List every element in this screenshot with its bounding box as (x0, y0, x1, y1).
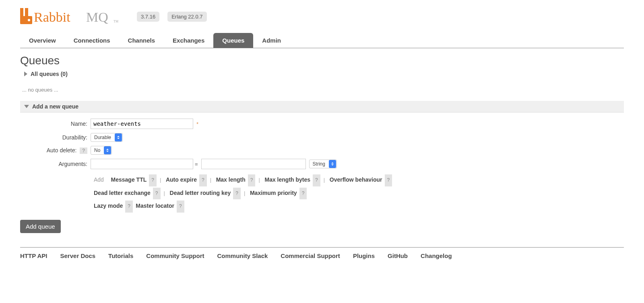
rabbitmq-logo: Rabbit MQ TM (20, 8, 129, 25)
select-arrow-icon (329, 160, 336, 168)
equals-sign: = (195, 161, 198, 167)
footer-links: HTTP API Server Docs Tutorials Community… (20, 247, 624, 259)
arg-type-select[interactable]: String (309, 160, 337, 168)
autodelete-label: Auto delete: (47, 147, 77, 154)
help-icon[interactable]: ? (385, 174, 392, 186)
arguments-label: Arguments: (20, 161, 91, 167)
help-icon[interactable]: ? (149, 174, 157, 186)
footer-server-docs[interactable]: Server Docs (60, 252, 96, 259)
help-icon[interactable]: ? (177, 201, 184, 213)
footer-community-slack[interactable]: Community Slack (217, 252, 268, 259)
select-arrow-icon (115, 133, 122, 141)
svg-text:MQ: MQ (86, 10, 108, 25)
help-icon[interactable]: ? (313, 174, 320, 186)
argument-shortcuts: Add Message TTL?| Auto expire?| Max leng… (91, 173, 473, 213)
svg-text:Rabbit: Rabbit (34, 10, 70, 25)
no-queues-text: ... no queues ... (22, 87, 624, 93)
shortcut-overflow-behaviour[interactable]: Overflow behaviour (330, 176, 382, 183)
add-queue-button[interactable]: Add queue (20, 220, 61, 233)
tab-exchanges[interactable]: Exchanges (164, 33, 213, 48)
arg-key-input[interactable] (91, 159, 193, 169)
shortcut-dlx[interactable]: Dead letter exchange (94, 190, 151, 196)
help-icon[interactable]: ? (153, 188, 161, 200)
shortcut-dlrk[interactable]: Dead letter routing key (170, 190, 231, 196)
footer-http-api[interactable]: HTTP API (20, 252, 47, 259)
footer-commercial-support[interactable]: Commercial Support (281, 252, 340, 259)
arg-val-input[interactable] (201, 159, 306, 169)
svg-text:TM: TM (114, 20, 118, 23)
shortcut-max-length[interactable]: Max length (216, 176, 246, 183)
name-label: Name: (20, 121, 91, 127)
footer-changelog[interactable]: Changelog (421, 252, 452, 259)
select-arrow-icon (104, 146, 111, 154)
footer-plugins[interactable]: Plugins (353, 252, 375, 259)
tab-admin[interactable]: Admin (253, 33, 290, 48)
svg-point-3 (28, 19, 30, 21)
all-queues-toggle[interactable]: All queues (0) (20, 69, 624, 79)
shortcut-max-length-bytes[interactable]: Max length bytes (265, 176, 311, 183)
erlang-badge: Erlang 22.0.7 (167, 12, 206, 22)
required-marker: * (196, 121, 198, 127)
add-text: Add (94, 176, 104, 183)
header: Rabbit MQ TM 3.7.16 Erlang 22.0.7 (20, 8, 624, 25)
add-queue-label: Add a new queue (32, 103, 78, 110)
shortcut-lazy-mode[interactable]: Lazy mode (94, 203, 123, 209)
autodelete-select[interactable]: No (91, 146, 112, 155)
add-queue-toggle[interactable]: Add a new queue (20, 101, 624, 113)
svg-rect-2 (20, 16, 32, 24)
tab-channels[interactable]: Channels (119, 33, 164, 48)
shortcut-auto-expire[interactable]: Auto expire (166, 176, 197, 183)
durability-select[interactable]: Durable (91, 133, 123, 142)
shortcut-message-ttl[interactable]: Message TTL (111, 176, 147, 183)
tab-queues[interactable]: Queues (213, 33, 253, 48)
footer-tutorials[interactable]: Tutorials (108, 252, 133, 259)
all-queues-label: All queues (0) (31, 71, 68, 77)
tab-connections[interactable]: Connections (65, 33, 119, 48)
main-tabs: Overview Connections Channels Exchanges … (20, 33, 624, 48)
version-badge: 3.7.16 (137, 12, 159, 22)
durability-label: Durability: (20, 134, 91, 141)
footer-github[interactable]: GitHub (388, 252, 408, 259)
help-icon[interactable]: ? (125, 201, 133, 213)
tab-overview[interactable]: Overview (20, 33, 65, 48)
shortcut-master-locator[interactable]: Master locator (136, 203, 174, 209)
help-icon[interactable]: ? (299, 188, 307, 200)
add-queue-form: Name: * Durability: Durable Auto delete:… (20, 113, 624, 237)
chevron-right-icon (24, 72, 27, 76)
page-title: Queues (20, 54, 624, 67)
chevron-down-icon (24, 105, 29, 108)
footer-community-support[interactable]: Community Support (146, 252, 204, 259)
help-icon[interactable]: ? (248, 174, 256, 186)
help-icon[interactable]: ? (199, 174, 207, 186)
help-icon[interactable]: ? (233, 188, 241, 200)
name-input[interactable] (91, 119, 193, 129)
autodelete-help[interactable]: ? (80, 147, 87, 154)
shortcut-max-priority[interactable]: Maximum priority (250, 190, 297, 196)
